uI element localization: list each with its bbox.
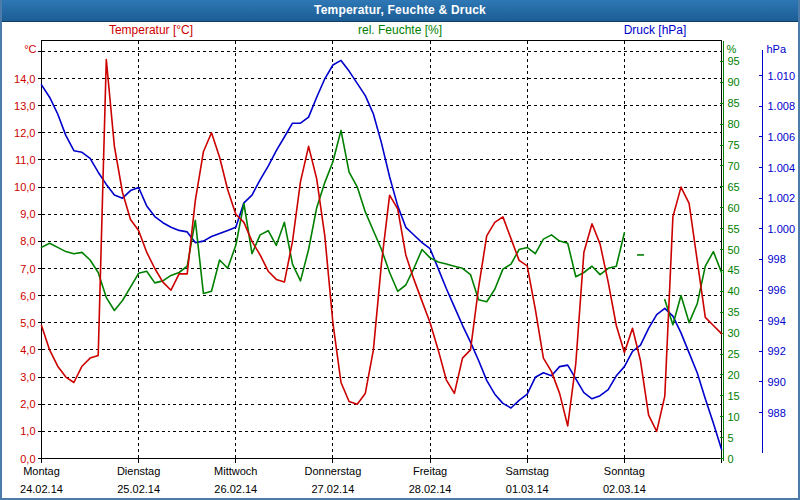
pressure-axis-tick-label: 988	[768, 407, 786, 419]
humidity-axis-tick-label: 80	[728, 118, 740, 130]
humidity-axis-tick-label: 10	[728, 411, 740, 423]
pressure-axis-tick-label: 994	[768, 315, 786, 327]
app-window: Temperatur, Feuchte & Druck Temperatur […	[0, 0, 800, 500]
humidity-axis-tick-label: 75	[728, 139, 740, 151]
date-label: 26.02.14	[214, 483, 257, 495]
humidity-axis-tick-label: 20	[728, 369, 740, 381]
humidity-axis-tick-label: 25	[728, 348, 740, 360]
pressure-axis-tick-label: 998	[768, 253, 786, 265]
pressure-axis-tick-label: 1.006	[768, 131, 796, 143]
humidity-axis-tick-label: 50	[728, 244, 740, 256]
humidity-axis-tick-label: 90	[728, 76, 740, 88]
temp-axis-tick-label: 14,0	[14, 73, 35, 85]
pressure-axis-tick-label: 996	[768, 284, 786, 296]
date-label: 28.02.14	[409, 483, 452, 495]
temp-axis-tick-label: 12,0	[14, 127, 35, 139]
humidity-axis-tick-label: 95	[728, 55, 740, 67]
humidity-axis-tick-label: 45	[728, 264, 740, 276]
pressure-axis-tick-label: 990	[768, 376, 786, 388]
humidity-axis-tick-label: 55	[728, 223, 740, 235]
humidity-axis-tick-label: 5	[728, 432, 734, 444]
temp-axis-tick-label: 3,0	[20, 371, 35, 383]
day-label: Donnerstag	[304, 465, 361, 477]
temp-axis-unit: °C	[24, 43, 36, 55]
temp-axis-tick-label: 6,0	[20, 290, 35, 302]
day-label: Mittwoch	[214, 465, 257, 477]
humidity-axis-tick-label: 0	[728, 453, 734, 465]
temp-axis-tick-label: 2,0	[20, 398, 35, 410]
date-label: 27.02.14	[312, 483, 355, 495]
humidity-axis-tick-label: 15	[728, 390, 740, 402]
temp-axis-tick-label: 13,0	[14, 100, 35, 112]
pressure-axis-tick-label: 1.000	[768, 223, 796, 235]
temp-axis-tick-label: 8,0	[20, 235, 35, 247]
humidity-axis-tick-label: 35	[728, 306, 740, 318]
pressure-axis-tick-label: 1.002	[768, 192, 796, 204]
humidity-axis-tick-label: 30	[728, 327, 740, 339]
day-label: Montag	[23, 465, 60, 477]
day-label: Samstag	[506, 465, 549, 477]
humidity-axis-tick-label: 60	[728, 202, 740, 214]
date-label: 01.03.14	[506, 483, 549, 495]
rel-feuchte-series-line	[665, 252, 722, 325]
pressure-axis-unit: hPa	[767, 43, 787, 55]
temp-axis-tick-label: 9,0	[20, 208, 35, 220]
temp-axis-tick-label: 1,0	[20, 425, 35, 437]
humidity-axis-unit: %	[727, 43, 737, 55]
pressure-axis-tick-label: 1.008	[768, 100, 796, 112]
temperatur-series-line	[42, 60, 722, 432]
pressure-axis-tick-label: 1.010	[768, 70, 796, 82]
temp-axis-tick-label: 11,0	[15, 154, 36, 166]
humidity-axis-tick-label: 40	[728, 285, 740, 297]
pressure-axis-tick-label: 992	[768, 345, 786, 357]
day-label: Sonntag	[604, 465, 645, 477]
chart-canvas: 0,01,02,03,04,05,06,07,08,09,010,011,012…	[2, 0, 800, 500]
day-label: Freitag	[413, 465, 447, 477]
date-label: 02.03.14	[603, 483, 646, 495]
temp-axis-tick-label: 5,0	[20, 317, 35, 329]
temp-axis-tick-label: 10,0	[14, 181, 35, 193]
humidity-axis-tick-label: 70	[728, 160, 740, 172]
date-label: 25.02.14	[117, 483, 160, 495]
date-label: 24.02.14	[20, 483, 63, 495]
humidity-axis-tick-label: 85	[728, 97, 740, 109]
day-label: Dienstag	[117, 465, 160, 477]
pressure-axis-tick-label: 1.004	[768, 162, 796, 174]
temp-axis-tick-label: 7,0	[20, 263, 35, 275]
temp-axis-tick-label: 4,0	[20, 344, 35, 356]
temp-axis-tick-label: 0,0	[20, 453, 35, 465]
humidity-axis-tick-label: 65	[728, 181, 740, 193]
